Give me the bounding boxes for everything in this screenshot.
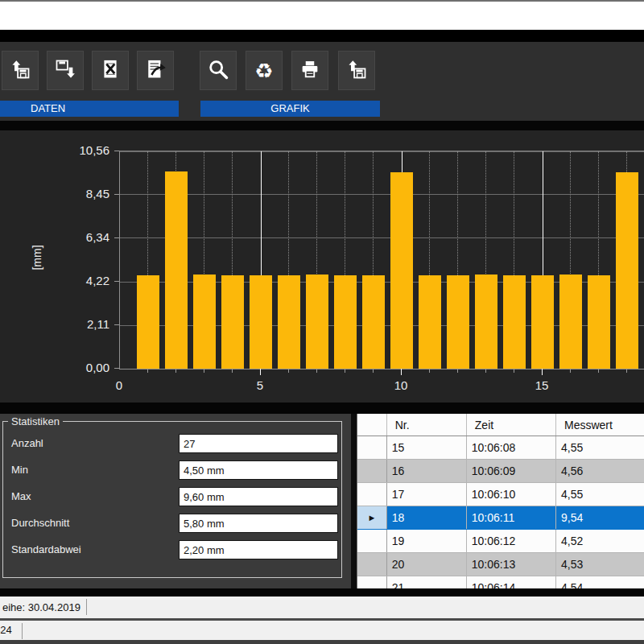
- bar-measurement-16: [559, 275, 582, 369]
- menubar-strip: [0, 2, 644, 30]
- y-tick-label: 0,00: [69, 361, 109, 374]
- floppy-arrow-up-icon: [9, 58, 31, 84]
- cell-zeit[interactable]: 10:06:08: [466, 436, 555, 460]
- statusbar-count: 424: [0, 621, 644, 640]
- y-tick-label: 8,45: [69, 187, 109, 200]
- row-selector[interactable]: [357, 530, 386, 553]
- table-row-20[interactable]: 2010:06:134,53: [357, 553, 644, 576]
- bar-measurement-14: [503, 275, 526, 369]
- table-row-19[interactable]: 1910:06:124,52: [357, 530, 644, 553]
- row-selector[interactable]: [357, 553, 386, 576]
- separator-bar: [0, 121, 644, 130]
- toolbar-group-label-daten: DATEN: [0, 101, 179, 117]
- bar-measurement-10: [390, 172, 413, 369]
- window-bottom-edge: [0, 640, 644, 644]
- cell-zeit[interactable]: 10:06:11: [466, 506, 555, 530]
- save-data-button[interactable]: [47, 51, 84, 90]
- cell-messwert[interactable]: 9,54: [556, 506, 644, 530]
- cell-messwert[interactable]: 4,54: [556, 576, 644, 589]
- table-row-18[interactable]: ►1810:06:119,54: [357, 506, 644, 530]
- floppy-arrow-down-icon: [54, 58, 76, 84]
- row-selector[interactable]: [357, 576, 386, 589]
- print-button[interactable]: [291, 51, 328, 90]
- x-tick-mark: [316, 369, 317, 373]
- column-header-messwert[interactable]: Messwert: [556, 414, 644, 436]
- y-tick-mark: [114, 151, 119, 151]
- column-header-nr[interactable]: Nr.: [386, 414, 466, 436]
- table-row-17[interactable]: 1710:06:104,55: [357, 483, 644, 506]
- cell-zeit[interactable]: 10:06:14: [466, 576, 555, 589]
- cell-nr[interactable]: 16: [386, 460, 466, 483]
- y-gridline: [120, 237, 644, 238]
- x-tick-label: 15: [528, 378, 555, 392]
- bar-measurement-3: [193, 275, 216, 369]
- x-tick-mark: [147, 369, 148, 373]
- table-row-16[interactable]: 1610:06:094,56: [357, 460, 644, 483]
- load-data-button[interactable]: [2, 51, 39, 90]
- y-tick-mark: [114, 324, 119, 325]
- x-tick-mark: [542, 369, 543, 375]
- x-tick-mark: [204, 369, 204, 373]
- column-header-zeit[interactable]: Zeit: [466, 414, 555, 436]
- separator-bar: [0, 30, 644, 42]
- cell-messwert[interactable]: 4,56: [556, 460, 644, 483]
- toolbar: ♻ DATEN GRAFIK: [0, 42, 644, 121]
- stat-value-max[interactable]: [179, 487, 338, 506]
- row-selector[interactable]: [357, 460, 386, 483]
- cell-nr[interactable]: 15: [386, 436, 466, 460]
- refresh-button[interactable]: ♻: [246, 51, 283, 90]
- stat-value-standardabwei[interactable]: [179, 540, 338, 559]
- y-tick-mark: [114, 194, 119, 195]
- statistics-panel: Statistiken AnzahlMinMaxDurchschnittStan…: [0, 414, 351, 588]
- x-tick-mark: [260, 369, 261, 375]
- y-tick-mark: [114, 281, 119, 282]
- document-x-icon: [99, 58, 122, 84]
- separator-bar: [0, 402, 644, 414]
- cell-messwert[interactable]: 4,52: [556, 530, 644, 553]
- row-selector[interactable]: [357, 483, 386, 506]
- stat-value-anzahl[interactable]: [179, 434, 338, 453]
- cell-zeit[interactable]: 10:06:10: [466, 483, 555, 506]
- current-row-indicator[interactable]: ►: [357, 506, 386, 530]
- cell-nr[interactable]: 19: [386, 530, 466, 553]
- count-text: 424: [0, 621, 12, 640]
- cell-nr[interactable]: 17: [386, 483, 466, 506]
- cell-zeit[interactable]: 10:06:13: [466, 553, 555, 576]
- x-tick-mark: [401, 369, 402, 375]
- export-data-button[interactable]: [137, 51, 174, 90]
- cell-messwert[interactable]: 4,53: [556, 553, 644, 576]
- x-tick-mark: [514, 369, 514, 373]
- stat-label-anzahl: Anzahl: [11, 437, 43, 449]
- cell-nr[interactable]: 18: [386, 506, 466, 530]
- bar-measurement-6: [278, 275, 300, 369]
- row-selector[interactable]: [357, 436, 386, 460]
- cell-zeit[interactable]: 10:06:12: [466, 530, 555, 553]
- cell-nr[interactable]: 20: [386, 553, 466, 576]
- statistics-groupbox: Statistiken AnzahlMinMaxDurchschnittStan…: [2, 415, 342, 578]
- table-row-15[interactable]: 1510:06:084,55: [357, 436, 644, 460]
- stat-row: Max: [3, 487, 341, 506]
- cell-messwert[interactable]: 4,55: [556, 436, 644, 460]
- delete-data-button[interactable]: [92, 51, 129, 90]
- x-tick-mark: [175, 369, 176, 373]
- floppy-arrow-up-icon: [345, 58, 368, 84]
- x-tick-mark: [373, 369, 374, 373]
- x-tick-mark: [288, 369, 289, 373]
- cell-nr[interactable]: 21: [386, 576, 466, 589]
- save-graphic-button[interactable]: [338, 51, 375, 90]
- bar-measurement-4: [221, 275, 244, 369]
- stat-value-min[interactable]: [179, 460, 338, 480]
- cell-zeit[interactable]: 10:06:09: [466, 460, 555, 483]
- recycle-icon: ♻: [254, 60, 273, 81]
- cell-messwert[interactable]: 4,55: [556, 483, 644, 506]
- table-row-21[interactable]: 2110:06:144,54: [357, 576, 644, 589]
- chart-plot-area: [119, 151, 644, 369]
- bar-measurement-11: [419, 275, 441, 369]
- measurement-bar-chart: [mm] 0,002,114,226,348,4510,56051015: [0, 130, 644, 402]
- statusbar-separator: [86, 599, 87, 615]
- x-tick-mark: [626, 369, 627, 373]
- stat-value-durchschnitt[interactable]: [179, 514, 338, 533]
- bar-measurement-8: [334, 275, 357, 369]
- x-tick-mark: [429, 369, 430, 373]
- zoom-button[interactable]: [200, 51, 237, 90]
